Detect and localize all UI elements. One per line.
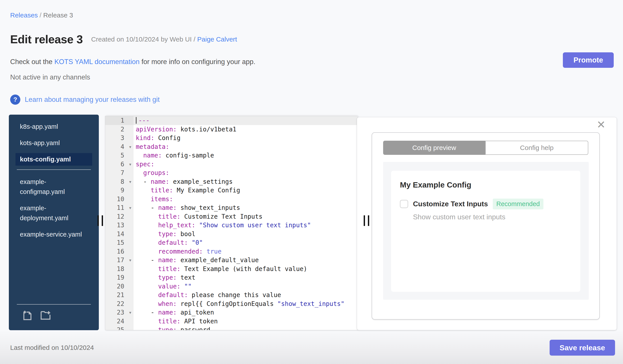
sidebar-footer-divider (17, 304, 91, 304)
code-line-15[interactable]: 15 default: "0" (105, 238, 357, 247)
line-number: 4▼ (105, 142, 134, 151)
fold-arrow-icon[interactable]: ▼ (129, 256, 131, 265)
code-line-6[interactable]: 6▼spec: (105, 160, 357, 169)
code-line-22[interactable]: 22 when: repl{{ ConfigOptionEquals "show… (105, 300, 357, 308)
line-number: 8▼ (105, 177, 134, 186)
customize-text-inputs-checkbox[interactable] (400, 200, 408, 208)
docs-suffix: for more info on configuring your app. (139, 58, 255, 66)
save-release-button[interactable]: Save release (550, 340, 615, 356)
line-number: 15 (105, 238, 134, 247)
fold-arrow-icon[interactable]: ▼ (129, 143, 131, 152)
code-line-23[interactable]: 23▼ - name: api_token (105, 308, 357, 317)
fold-arrow-icon[interactable]: ▼ (129, 204, 131, 212)
editor-preview-resize-handle[interactable] (364, 215, 373, 226)
code-text: value: "" (134, 282, 357, 291)
line-number: 18 (105, 265, 134, 273)
code-text: default: please change this value (134, 291, 357, 300)
text-cursor (136, 117, 137, 124)
fold-arrow-icon[interactable]: ▼ (129, 160, 131, 169)
line-number: 1 (105, 116, 134, 125)
code-text: --- (134, 116, 357, 125)
code-line-14[interactable]: 14 type: bool (105, 230, 357, 239)
created-line: Created on 10/10/2024 by Web UI / Paige … (91, 36, 237, 43)
line-number: 25 (105, 325, 134, 330)
code-text: default: "0" (134, 238, 357, 247)
code-text: - name: example_default_value (134, 256, 357, 265)
yaml-code-editor[interactable]: 1---2apiVersion: kots.io/v1beta13kind: C… (105, 116, 357, 330)
code-line-19[interactable]: 19 type: text (105, 273, 357, 282)
file-item-kots-config.yaml[interactable]: kots-config.yaml (16, 153, 92, 166)
line-number: 6▼ (105, 160, 134, 169)
page-title: Edit release 3 (10, 33, 83, 46)
new-folder-icon[interactable] (40, 309, 51, 321)
config-group-title: My Example Config (400, 181, 580, 189)
line-number: 22 (105, 300, 134, 308)
file-item-example-service.yaml[interactable]: example-service.yaml (16, 228, 89, 241)
line-number: 3 (105, 134, 134, 142)
code-line-20[interactable]: 20 value: "" (105, 282, 357, 291)
config-preview-panel: ✕ Config preview Config help My Example … (357, 117, 617, 330)
line-number: 11▼ (105, 203, 134, 212)
code-line-11[interactable]: 11▼ - name: show_text_inputs (105, 203, 357, 212)
code-line-9[interactable]: 9 title: My Example Config (105, 186, 357, 195)
code-text: title: My Example Config (134, 186, 357, 195)
code-text: apiVersion: kots.io/v1beta1 (134, 125, 357, 134)
config-item-help-text: Show custom user text inputs (413, 213, 580, 221)
close-icon[interactable]: ✕ (597, 120, 605, 130)
breadcrumb-releases-link[interactable]: Releases (10, 12, 38, 19)
file-list: k8s-app.yamlkots-app.yamlkots-config.yam… (9, 115, 99, 241)
docs-prefix: Check out the (10, 58, 54, 66)
fold-arrow-icon[interactable]: ▼ (129, 178, 131, 186)
code-text: spec: (134, 160, 357, 169)
code-line-13[interactable]: 13 help_text: "Show custom user text inp… (105, 221, 357, 230)
code-line-24[interactable]: 24 title: API token (105, 317, 357, 326)
new-file-icon[interactable] (22, 309, 33, 321)
breadcrumb-current: Release 3 (43, 12, 73, 19)
tab-config-help[interactable]: Config help (485, 141, 588, 155)
created-author-link[interactable]: Paige Calvert (197, 36, 237, 43)
git-releases-help-link[interactable]: Learn about managing your releases with … (25, 96, 160, 103)
config-item-row: Customize Text Inputs Recommended (400, 199, 580, 209)
code-line-25[interactable]: 25 type: password (105, 325, 357, 330)
line-number: 19 (105, 273, 134, 282)
code-line-2[interactable]: 2apiVersion: kots.io/v1beta1 (105, 125, 357, 134)
fold-arrow-icon[interactable]: ▼ (129, 308, 131, 317)
edit-release-page: Releases/Release 3 Edit release 3 Create… (0, 0, 623, 364)
code-line-7[interactable]: 7 groups: (105, 168, 357, 177)
line-number: 14 (105, 230, 134, 239)
code-line-8[interactable]: 8▼ - name: example_settings (105, 177, 357, 186)
code-line-5[interactable]: 5 name: config-sample (105, 151, 357, 160)
file-item-kots-app.yaml[interactable]: kots-app.yaml (16, 137, 89, 149)
code-line-3[interactable]: 3kind: Config (105, 134, 357, 142)
code-line-17[interactable]: 17▼ - name: example_default_value (105, 256, 357, 265)
code-text: when: repl{{ ConfigOptionEquals "show_te… (134, 300, 357, 308)
line-number: 2 (105, 125, 134, 134)
code-line-4[interactable]: 4▼metadata: (105, 142, 357, 151)
line-number: 10 (105, 195, 134, 204)
file-list-divider (17, 169, 91, 170)
code-line-18[interactable]: 18 title: Text Example (with default val… (105, 265, 357, 273)
file-item-example-configmap.yaml[interactable]: example-configmap.yaml (16, 176, 89, 198)
code-line-10[interactable]: 10 items: (105, 195, 357, 204)
code-line-16[interactable]: 16 recommended: true (105, 247, 357, 256)
file-item-k8s-app.yaml[interactable]: k8s-app.yaml (16, 120, 89, 133)
sidebar-editor-resize-handle[interactable] (97, 215, 107, 226)
code-text: - name: example_settings (134, 177, 357, 186)
sidebar-footer (9, 304, 99, 330)
config-item-label: Customize Text Inputs (413, 200, 488, 208)
preview-tabs: Config preview Config help (383, 141, 588, 155)
title-row: Edit release 3 Created on 10/10/2024 by … (10, 33, 237, 46)
code-line-12[interactable]: 12 title: Customize Text Inputs (105, 212, 357, 221)
code-line-21[interactable]: 21 default: please change this value (105, 291, 357, 300)
promote-button[interactable]: Promote (563, 52, 614, 68)
code-text: help_text: "Show custom user text inputs… (134, 221, 357, 230)
preview-inset: My Example Config Customize Text Inputs … (383, 162, 589, 300)
code-line-1[interactable]: 1--- (105, 116, 357, 125)
channel-status: Not active in any channels (10, 73, 90, 81)
file-item-example-deployment.yaml[interactable]: example-deployment.yaml (16, 202, 89, 224)
recommended-badge: Recommended (493, 199, 543, 209)
code-text: name: config-sample (134, 151, 357, 160)
code-text: title: API token (134, 317, 357, 326)
tab-config-preview[interactable]: Config preview (383, 141, 485, 155)
kots-yaml-docs-link[interactable]: KOTS YAML documentation (54, 58, 139, 66)
